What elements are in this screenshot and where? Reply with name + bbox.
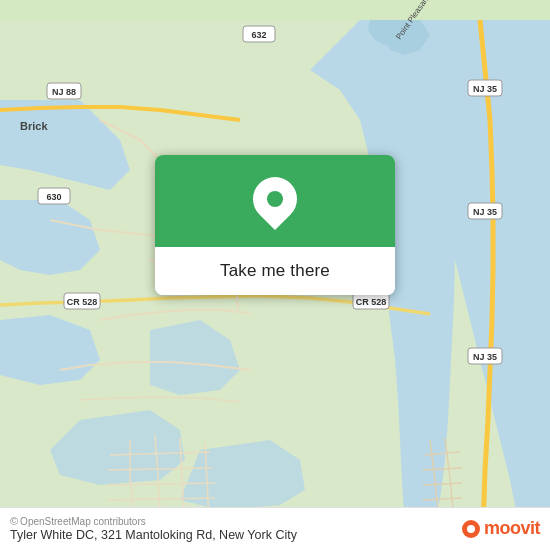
svg-text:630: 630	[46, 192, 61, 202]
svg-text:NJ 88: NJ 88	[52, 87, 76, 97]
svg-text:632: 632	[251, 30, 266, 40]
bottom-left: © OpenStreetMap contributors Tyler White…	[10, 515, 297, 542]
svg-text:CR 528: CR 528	[356, 297, 387, 307]
svg-text:NJ 35: NJ 35	[473, 84, 497, 94]
bottom-bar: © OpenStreetMap contributors Tyler White…	[0, 507, 550, 550]
moovit-dot-icon	[462, 520, 480, 538]
moovit-logo: moovit	[462, 518, 540, 539]
take-me-there-button[interactable]: Take me there	[220, 261, 330, 281]
map-container: 632 NJ 88 NJ 35 NJ 35 NJ 35 CR 528 CR 52…	[0, 0, 550, 550]
osm-credit: © OpenStreetMap contributors	[10, 515, 297, 527]
svg-text:NJ 35: NJ 35	[473, 207, 497, 217]
svg-text:CR 528: CR 528	[67, 297, 98, 307]
location-label: Tyler White DC, 321 Mantoloking Rd, New …	[10, 528, 297, 542]
svg-text:Brick: Brick	[20, 120, 48, 132]
moovit-text: moovit	[484, 518, 540, 539]
svg-text:NJ 35: NJ 35	[473, 352, 497, 362]
card-button-area: Take me there	[155, 247, 395, 295]
location-card: Take me there	[155, 155, 395, 295]
card-green-section	[155, 155, 395, 247]
location-pin-icon	[253, 177, 297, 229]
